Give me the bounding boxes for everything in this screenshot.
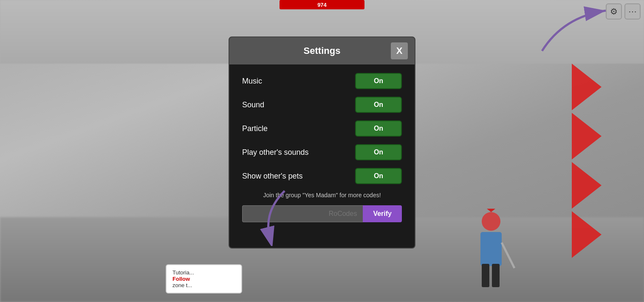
setting-row-music: Music On [242, 73, 402, 89]
sound-toggle[interactable]: On [355, 97, 402, 113]
setting-row-particle: Particle On [242, 120, 402, 137]
show-others-pets-toggle[interactable]: On [355, 168, 402, 184]
join-group-text: Join the group "Yes Madam" for more code… [242, 192, 402, 199]
svg-marker-7 [487, 209, 495, 212]
particle-toggle[interactable]: On [355, 120, 402, 137]
play-others-sounds-label: Play other's sounds [242, 148, 309, 157]
modal-body: Music On Sound On Particle On Play other… [229, 64, 415, 248]
particle-label: Particle [242, 124, 268, 133]
chevron-2 [572, 113, 602, 159]
tutorial-box: Tutoria... Follow zone t... [166, 264, 242, 294]
gear-icon: ⚙ [610, 6, 618, 17]
setting-row-sound: Sound On [242, 97, 402, 113]
tutorial-title: Tutoria... [172, 269, 235, 276]
modal-header: Settings X [229, 37, 415, 64]
verify-button[interactable]: Verify [363, 205, 402, 222]
character-sprite [466, 209, 517, 302]
show-others-pets-label: Show other's pets [242, 172, 303, 181]
health-value: 974 [317, 2, 327, 8]
chevron-1 [572, 64, 602, 110]
music-label: Music [242, 77, 262, 86]
more-icon: ⋯ [628, 6, 637, 17]
svg-rect-3 [480, 232, 502, 266]
code-row: Verify [242, 205, 402, 222]
play-others-sounds-toggle[interactable]: On [355, 144, 402, 160]
svg-point-2 [482, 212, 500, 231]
chevrons-decoration [572, 64, 602, 258]
more-button[interactable]: ⋯ [624, 3, 641, 20]
close-button[interactable]: X [391, 42, 408, 59]
settings-modal: Settings X Music On Sound On Particle On… [229, 36, 415, 249]
music-toggle[interactable]: On [355, 73, 402, 89]
sound-label: Sound [242, 101, 264, 109]
tutorial-follow: Follow [172, 276, 235, 282]
health-bar: 974 [280, 0, 364, 9]
setting-row-show-others-pets: Show other's pets On [242, 168, 402, 184]
modal-title: Settings [253, 45, 391, 56]
svg-line-6 [502, 243, 514, 268]
chevron-4 [572, 211, 602, 258]
chevron-3 [572, 162, 602, 209]
code-input[interactable] [242, 205, 363, 222]
tutorial-zone: zone t... [172, 282, 235, 288]
svg-rect-5 [492, 264, 500, 287]
top-right-icons: ⚙ ⋯ [606, 3, 641, 20]
svg-rect-4 [482, 264, 489, 287]
gear-button[interactable]: ⚙ [606, 3, 622, 20]
setting-row-play-others-sounds: Play other's sounds On [242, 144, 402, 160]
